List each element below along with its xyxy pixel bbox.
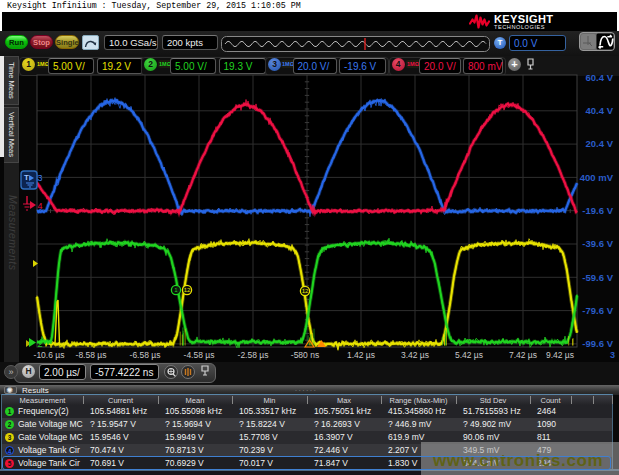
svg-text:4: 4: [38, 201, 43, 211]
svg-text:-580 ns: -580 ns: [291, 350, 319, 360]
svg-text:-6.58 µs: -6.58 µs: [130, 350, 161, 360]
svg-text:-2.58 µs: -2.58 µs: [238, 350, 269, 360]
svg-text:40.4 V: 40.4 V: [586, 105, 614, 116]
svg-text:3.42 µs: 3.42 µs: [401, 350, 429, 360]
svg-text:2: 2: [38, 339, 43, 349]
svg-text:-4.58 µs: -4.58 µs: [184, 350, 215, 360]
svg-text:1.42 µs: 1.42 µs: [347, 350, 375, 360]
svg-text:-19.6 V: -19.6 V: [582, 205, 613, 216]
svg-text:3: 3: [610, 350, 615, 360]
svg-text:12: 12: [184, 287, 191, 293]
svg-text:-10.6 µs: -10.6 µs: [34, 350, 65, 360]
svg-text:60.4 V: 60.4 V: [586, 72, 614, 83]
svg-text:-59.6 V: -59.6 V: [582, 272, 613, 283]
svg-text:-39.6 V: -39.6 V: [582, 238, 613, 249]
svg-text:7.42 µs: 7.42 µs: [509, 350, 537, 360]
svg-text:-79.6 V: -79.6 V: [582, 305, 613, 316]
svg-text:-99.6 V: -99.6 V: [582, 338, 613, 349]
svg-text:400 mV: 400 mV: [580, 172, 614, 183]
svg-text:3: 3: [38, 173, 43, 183]
svg-text:12: 12: [302, 288, 309, 294]
svg-text:5.42 µs: 5.42 µs: [455, 350, 483, 360]
svg-text:-8.58 µs: -8.58 µs: [76, 350, 107, 360]
svg-text:T: T: [24, 173, 29, 182]
svg-text:20.4 V: 20.4 V: [586, 138, 614, 149]
svg-text:9.42 µs: 9.42 µs: [546, 350, 574, 360]
